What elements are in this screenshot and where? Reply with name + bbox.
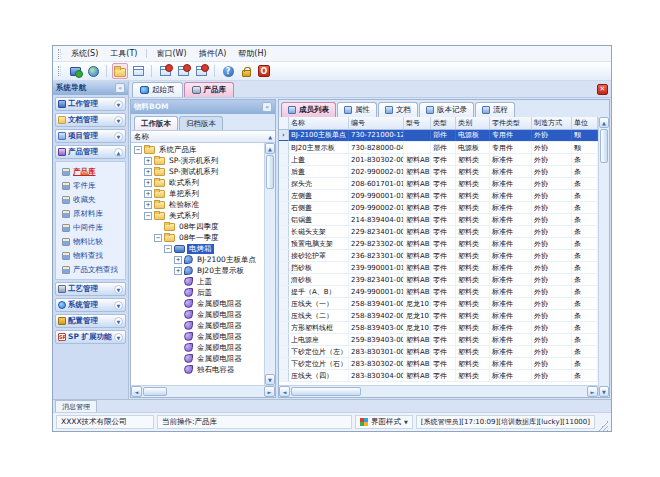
tree-node-金属膜电阻器[interactable]: −金属膜电阻器 xyxy=(131,331,264,342)
column-header-类型[interactable]: 类型 xyxy=(431,117,456,129)
toolbar-grip[interactable] xyxy=(58,66,61,76)
table-row[interactable]: ›BJ-2100主板单点730-721000-12I部件电源板专用件外协颗 xyxy=(279,130,598,142)
tree-node-后盖[interactable]: −后盖 xyxy=(131,287,264,298)
sidebar-item-中间件库[interactable]: 中间件库 xyxy=(57,221,124,234)
scroll-left-icon[interactable]: ◄ xyxy=(131,386,142,397)
collapse-icon[interactable]: − xyxy=(134,146,142,154)
chevron-down-icon[interactable]: ▼ xyxy=(114,132,123,141)
ui-style-dropdown[interactable]: 界面样式 ▼ xyxy=(355,415,413,429)
table-row[interactable]: 后盖202-990002-01I塑料ABS零件塑料类标准件外协条 xyxy=(279,166,598,178)
table-row[interactable]: 压线夹（二）258-839402-00I尼龙1010零件塑料类标准件外协条 xyxy=(279,310,598,322)
sidebar-item-物料查找[interactable]: 物料查找 xyxy=(57,249,124,262)
sidebar-group-工作管理[interactable]: 工作管理▼ xyxy=(55,97,126,111)
sidebar-item-产品文档查找[interactable]: 产品文档查找 xyxy=(57,263,124,276)
column-header-名称[interactable]: 名称 xyxy=(289,117,349,129)
table-horizontal-scrollbar[interactable]: ◄ ► xyxy=(279,385,598,397)
table-scroll-thumb[interactable] xyxy=(600,129,608,163)
menu-item-5[interactable]: 帮助(H) xyxy=(232,47,272,60)
table-hscroll-thumb[interactable] xyxy=(291,387,361,396)
column-header-单位[interactable]: 单位 xyxy=(572,117,598,129)
tab-版本记录[interactable]: 版本记录 xyxy=(419,102,474,117)
scroll-up-icon[interactable]: ▲ xyxy=(265,143,275,154)
tree-node-08年四季度[interactable]: −08年四季度 xyxy=(131,221,264,232)
chevron-down-icon[interactable]: ▼ xyxy=(114,100,123,109)
table-row[interactable]: 滑砂板239-823401-00I塑料ABS零件塑料类标准件外协条 xyxy=(279,274,598,286)
table-row[interactable]: 下砂定位片（左）283-830301-00I塑料ABS零件塑料类标准件外协条 xyxy=(279,346,598,358)
tree-node-金属膜电阻器[interactable]: −金属膜电阻器 xyxy=(131,342,264,353)
toolbar-button-9[interactable] xyxy=(238,63,254,79)
tree-scroll-thumb[interactable] xyxy=(266,155,274,189)
toolbar-button-2[interactable] xyxy=(85,63,101,79)
scroll-right-icon[interactable]: ► xyxy=(587,386,598,397)
table-vertical-scrollbar[interactable]: ▲ ▼ xyxy=(598,117,609,397)
tab-起始页[interactable]: 起始页 xyxy=(132,82,183,97)
chevron-down-icon[interactable]: ▼ xyxy=(114,301,123,310)
tree-node-电烤箱[interactable]: −电烤箱 xyxy=(131,243,264,254)
tree-hscroll-thumb[interactable] xyxy=(143,387,167,396)
toolbar-button-7[interactable] xyxy=(193,63,209,79)
scroll-right-icon[interactable]: ► xyxy=(264,386,275,397)
chevron-down-icon[interactable]: ▼ xyxy=(114,285,123,294)
table-row[interactable]: 提手（A、B）249-990001-01I塑料ABS零件塑料类标准件外协条 xyxy=(279,286,598,298)
menubar-grip[interactable] xyxy=(58,49,61,59)
sidebar-group-产品管理[interactable]: 产品管理▲ xyxy=(55,145,126,159)
tree-node-BJ20主显示板[interactable]: +BJ20主显示板 xyxy=(131,265,264,276)
toolbar-button-10[interactable]: O xyxy=(256,63,272,79)
tree-node-检验标准[interactable]: +检验标准 xyxy=(131,199,264,210)
scroll-down-icon[interactable]: ▼ xyxy=(599,386,609,397)
tree-node-08年一季度[interactable]: −08年一季度 xyxy=(131,232,264,243)
tree-vertical-scrollbar[interactable]: ▲ ▼ xyxy=(264,143,275,385)
sidebar-item-物料比较[interactable]: 物料比较 xyxy=(57,235,124,248)
table-row[interactable]: 下砂定位片（右）283-830302-00I塑料ABS零件塑料类标准件外协条 xyxy=(279,358,598,370)
tree-node-金属膜电阻器[interactable]: −金属膜电阻器 xyxy=(131,309,264,320)
sidebar-item-收藏夹[interactable]: 收藏夹 xyxy=(57,193,124,206)
table-row[interactable]: 压线夹（一）258-839401-00I尼龙1010零件塑料类标准件外协条 xyxy=(279,298,598,310)
scroll-left-icon[interactable]: ◄ xyxy=(279,386,290,397)
tree-node-上盖[interactable]: −上盖 xyxy=(131,276,264,287)
sidebar-group-文档管理[interactable]: 文档管理▼ xyxy=(55,113,126,127)
table-row[interactable]: 预置电脑支架229-823302-00I塑料ABS零件塑料类标准件外协条 xyxy=(279,238,598,250)
table-row[interactable]: 探头壳208-601701-01I塑料ABS零件塑料类标准件外协条 xyxy=(279,178,598,190)
tree-node-金属膜电阻器[interactable]: −金属膜电阻器 xyxy=(131,298,264,309)
sidebar-item-原材料库[interactable]: 原材料库 xyxy=(57,207,124,220)
tab-产品库[interactable]: 产品库 xyxy=(184,82,235,97)
expand-icon[interactable]: + xyxy=(144,157,152,165)
sidebar-group-SP 扩展功能[interactable]: SPSP 扩展功能▼ xyxy=(55,330,126,344)
tree-node-SP-演示机系列[interactable]: +SP-演示机系列 xyxy=(131,155,264,166)
chevron-down-icon[interactable]: ▼ xyxy=(114,317,123,326)
expand-icon[interactable]: + xyxy=(144,168,152,176)
sidebar-group-配置管理[interactable]: 配置管理▼ xyxy=(55,314,126,328)
toolbar-button-1[interactable] xyxy=(67,63,83,79)
sidebar-group-系统管理[interactable]: 系统管理▼ xyxy=(55,298,126,312)
tree-node-欧式系列[interactable]: +欧式系列 xyxy=(131,177,264,188)
tree-node-BJ-2100主板单点[interactable]: +BJ-2100主板单点 xyxy=(131,254,264,265)
menu-item-3[interactable]: 窗口(W) xyxy=(150,47,192,60)
tree-node-SP-测试机系列[interactable]: +SP-测试机系列 xyxy=(131,166,264,177)
tree-node-美式系列[interactable]: −美式系列 xyxy=(131,210,264,221)
tab-文档[interactable]: 文档 xyxy=(378,102,418,117)
scroll-down-icon[interactable]: ▼ xyxy=(265,374,275,385)
expand-icon[interactable]: + xyxy=(144,201,152,209)
column-header-零件类型[interactable]: 零件类型 xyxy=(490,117,532,129)
sidebar-group-项目管理[interactable]: 项目管理▼ xyxy=(55,129,126,143)
table-row[interactable]: 挡砂板239-990001-01I塑料ABS零件塑料类标准件外协条 xyxy=(279,262,598,274)
bom-pin-icon[interactable]: « xyxy=(262,102,272,112)
expand-icon[interactable]: + xyxy=(174,267,182,275)
table-row[interactable]: 上电源座259-839403-00I塑料ABS零件塑料类标准件外协条 xyxy=(279,334,598,346)
tree-node-独石电容器[interactable]: −独石电容器 xyxy=(131,364,264,375)
tree-node-金属膜电阻器[interactable]: −金属膜电阻器 xyxy=(131,353,264,364)
column-header-类别[interactable]: 类别 xyxy=(456,117,490,129)
message-panel-tab[interactable]: 消息管理 xyxy=(55,400,97,412)
table-row[interactable]: 右侧盖209-990002-01I塑料ABS零件塑料类标准件外协条 xyxy=(279,202,598,214)
table-row[interactable]: 铝锅盖214-839404-01I塑料ABS零件塑料类标准件外协条 xyxy=(279,214,598,226)
tree-horizontal-scrollbar[interactable]: ◄ ► xyxy=(131,385,275,397)
tab-流程[interactable]: 流程 xyxy=(475,102,515,117)
table-row[interactable]: 压线夹（四）283-830304-00I塑料ABS零件塑料类标准件外协条 xyxy=(279,370,598,382)
toolbar-button-4[interactable] xyxy=(130,63,146,79)
close-tab-icon[interactable]: ✕ xyxy=(597,84,608,95)
column-header-型号[interactable]: 型号 xyxy=(404,117,431,129)
column-header-编号[interactable]: 编号 xyxy=(349,117,404,129)
toolbar-button-6[interactable] xyxy=(175,63,191,79)
toolbar-button-3[interactable] xyxy=(112,63,128,79)
tree-node-金属膜电阻器[interactable]: −金属膜电阻器 xyxy=(131,320,264,331)
